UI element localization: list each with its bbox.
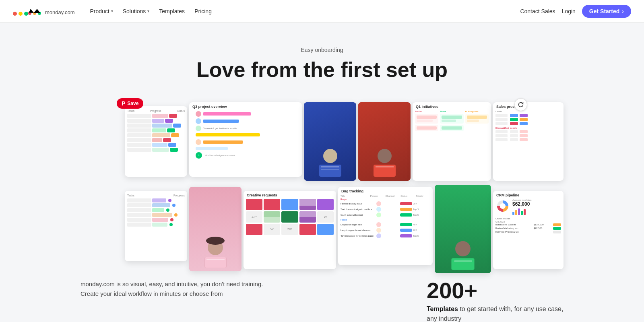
- templates-description: Templates to get started with, for any u…: [427, 304, 564, 322]
- nav-product[interactable]: Product ▾: [86, 6, 117, 17]
- photo-woman-blue: [304, 102, 356, 181]
- nav-solutions[interactable]: Solutions ▾: [119, 6, 154, 17]
- creative-requests-card: Creative requests ZIP W W ZIP: [244, 191, 336, 269]
- chevron-down-icon: ▾: [111, 9, 113, 13]
- spreadsheet-card-1: TasksProgressStatus: [125, 106, 187, 177]
- nav-links: Product ▾ Solutions ▾ Templates Pricing: [86, 6, 215, 17]
- svg-point-1: [19, 12, 23, 16]
- chevron-down-icon: ▾: [147, 9, 149, 13]
- logo-wordmark: monday.com: [45, 6, 74, 17]
- stats-section: 200+ Templates to get started with, for …: [427, 279, 564, 322]
- hero-subtitle: Easy onboarding: [301, 47, 343, 53]
- collage: P Save TasksProgressStatus: [121, 98, 523, 259]
- main-content: Easy onboarding Love from the first set …: [0, 23, 644, 322]
- hero-title: Love from the first set up: [196, 58, 448, 82]
- bug-tracking-card: Bug tracking TitlePersonChannelStatusPri…: [338, 187, 433, 265]
- pinterest-save-button[interactable]: P Save: [117, 98, 143, 109]
- q3-card: Q3 project overview Connect & get first …: [189, 102, 302, 177]
- svg-point-2: [24, 12, 28, 16]
- svg-point-0: [13, 12, 17, 16]
- templates-count: 200+: [427, 279, 564, 302]
- nav-left: monday.com Product ▾ Solutions ▾ Templat…: [13, 6, 216, 17]
- nav-pricing[interactable]: Pricing: [190, 6, 216, 17]
- crm-pipeline-card: CRM pipeline Average deal size $62,000: [493, 191, 564, 269]
- contact-sales-link[interactable]: Contact Sales: [520, 8, 555, 14]
- svg-point-7: [500, 203, 506, 209]
- sales-card: Sales process Leads Disqualified Leads: [493, 102, 564, 181]
- photo-man-red: [358, 102, 411, 181]
- navbar: monday.com Product ▾ Solutions ▾ Templat…: [0, 0, 644, 23]
- description-section: monday.com is so visual, easy, and intui…: [80, 279, 266, 299]
- nav-templates[interactable]: Templates: [155, 6, 189, 17]
- login-button[interactable]: Login: [562, 8, 576, 14]
- photo-woman-pink: [189, 187, 242, 271]
- photo-man-green: [435, 185, 491, 273]
- refresh-icon[interactable]: [514, 98, 527, 111]
- spreadsheet-card-2: TasksProgress: [125, 191, 187, 261]
- nav-right: Contact Sales Login Get Started ›: [520, 5, 631, 18]
- deal-status-chart: [495, 199, 510, 213]
- get-started-button[interactable]: Get Started ›: [582, 5, 631, 18]
- logo[interactable]: monday.com: [13, 6, 74, 17]
- description-text: monday.com is so visual, easy, and intui…: [80, 279, 266, 299]
- logo-icon: [13, 6, 43, 16]
- q1-card: Q1 initiatives To Do Done In Progress: [413, 102, 491, 181]
